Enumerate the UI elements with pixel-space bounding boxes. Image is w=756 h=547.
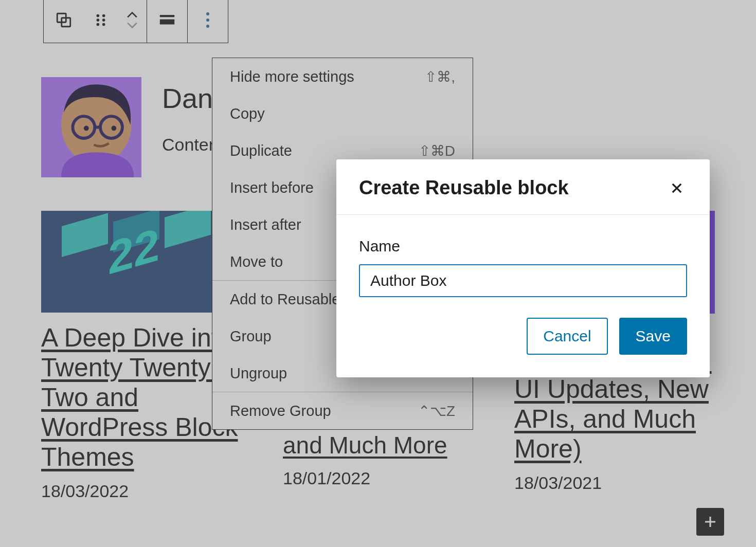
menu-item-shortcut: ⌃⌥Z [418,403,455,420]
menu-item-shortcut: ⇧⌘, [425,68,455,85]
svg-point-17 [102,19,105,22]
menu-item-label: Group [230,328,272,345]
chevron-up-icon[interactable] [127,11,138,19]
close-icon [670,181,684,195]
svg-point-18 [97,23,100,26]
drag-handle[interactable] [84,0,118,43]
svg-rect-21 [160,20,174,25]
svg-point-15 [102,14,105,17]
menu-item-remove-group[interactable]: Remove Group ⌃⌥Z [212,392,473,429]
menu-item-shortcut: ⇧⌘D [419,142,455,159]
svg-point-19 [102,23,105,26]
add-block-button[interactable] [696,508,724,536]
avatar [41,77,141,177]
align-button[interactable] [147,0,187,43]
author-box[interactable]: Dan Content [41,77,223,177]
more-vertical-icon [206,12,209,28]
plus-icon [703,514,718,530]
close-button[interactable] [667,178,687,198]
post-date: 18/03/2021 [514,473,715,493]
block-toolbar [43,0,228,43]
chevron-down-icon[interactable] [127,22,138,29]
svg-point-16 [97,19,100,22]
more-options-button[interactable] [188,0,228,43]
menu-item-label: Duplicate [230,142,292,159]
menu-item-label: Copy [230,105,265,122]
block-mover[interactable] [118,11,147,29]
post-date: 18/01/2022 [283,468,477,488]
menu-item-label: Hide more settings [230,68,354,85]
menu-item-label: Insert before [230,179,314,196]
post-title[interactable]: and Much More [283,432,477,459]
menu-item-hide-settings[interactable]: Hide more settings ⇧⌘, [212,58,473,95]
menu-item-label: Remove Group [230,403,331,420]
name-input[interactable] [359,264,687,297]
svg-point-6 [112,126,117,131]
name-field-label: Name [359,238,687,255]
create-reusable-block-modal: Create Reusable block Name Cancel Save [336,159,710,377]
menu-item-label: Move to [230,253,283,270]
save-button[interactable]: Save [619,318,687,355]
svg-point-14 [97,14,100,17]
menu-item-label: Insert after [230,216,301,233]
menu-item-label: Ungroup [230,365,287,382]
menu-item-copy[interactable]: Copy [212,95,473,132]
post-date: 18/03/2022 [41,481,242,501]
svg-rect-20 [160,15,174,17]
block-type-button[interactable] [44,0,84,43]
cancel-button[interactable]: Cancel [527,318,607,355]
modal-title: Create Reusable block [359,177,569,199]
svg-point-5 [84,126,89,131]
